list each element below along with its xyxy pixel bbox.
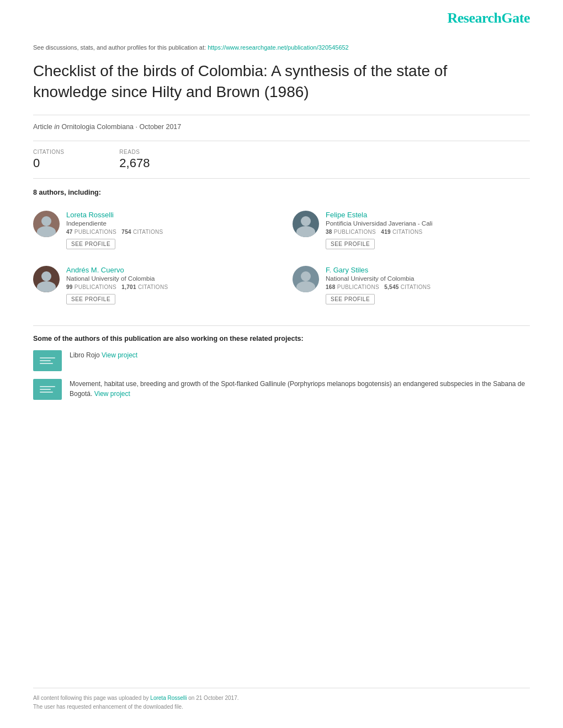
in-label: in	[54, 123, 61, 131]
author-affiliation-0: Independiente	[66, 220, 163, 227]
author-info-0: Loreta RosselliIndependiente47 PUBLICATI…	[66, 211, 163, 249]
journal-link[interactable]: Ornitologia Colombiana	[61, 123, 134, 131]
author-avatar-0	[33, 211, 60, 237]
author-affiliation-3: National University of Colombia	[326, 275, 431, 282]
project-thumbnail-1	[33, 379, 62, 400]
author-card-3: F. Gary StilesNational University of Col…	[293, 260, 530, 310]
author-card-0: Loreta RosselliIndependiente47 PUBLICATI…	[33, 205, 270, 255]
author-affiliation-1: Pontificia Universidad Javeriana - Cali	[326, 220, 433, 227]
footer: All content following this page was uplo…	[33, 688, 530, 711]
citations-stat: CITATIONS 0	[33, 149, 64, 170]
date-separator: ·	[136, 123, 140, 131]
stats-row: CITATIONS 0 READS 2,678	[33, 149, 530, 179]
reads-label: READS	[119, 149, 150, 155]
authors-label: 8 authors, including:	[33, 189, 530, 196]
citations-label: CITATIONS	[33, 149, 64, 155]
author-info-2: Andrés M. CuervoNational University of C…	[66, 266, 168, 304]
author-stats-2: 99 PUBLICATIONS 1,701 CITATIONS	[66, 284, 168, 290]
meta-divider	[33, 141, 530, 141]
reads-stat: READS 2,678	[119, 149, 150, 170]
author-avatar-1	[293, 211, 319, 237]
author-avatar-2	[33, 266, 60, 292]
author-avatar-3	[293, 266, 319, 292]
reads-value: 2,678	[119, 156, 150, 170]
publication-link[interactable]: https://www.researchgate.net/publication…	[208, 44, 349, 51]
see-profile-button-0[interactable]: SEE PROFILE	[66, 239, 115, 249]
footer-line2: The user has requested enhancement of th…	[33, 703, 530, 711]
author-stats-3: 168 PUBLICATIONS 5,545 CITATIONS	[326, 284, 431, 290]
title-divider	[33, 115, 530, 115]
article-type: Article	[33, 123, 52, 131]
projects-list: Libro Rojo View projectMovement, habitat…	[33, 350, 530, 400]
footer-prefix: All content following this page was uplo…	[33, 695, 150, 701]
author-info-3: F. Gary StilesNational University of Col…	[326, 266, 431, 304]
author-stats-1: 38 PUBLICATIONS 419 CITATIONS	[326, 229, 433, 235]
project-thumbnail-0	[33, 350, 62, 371]
footer-line1: All content following this page was uplo…	[33, 694, 530, 703]
see-profile-button-3[interactable]: SEE PROFILE	[326, 294, 375, 304]
project-view-link-0[interactable]: View project	[102, 351, 137, 359]
see-profile-button-1[interactable]: SEE PROFILE	[326, 239, 375, 249]
author-card-1: Felipe EstelaPontificia Universidad Jave…	[293, 205, 530, 255]
author-name-1[interactable]: Felipe Estela	[326, 211, 433, 219]
author-name-3[interactable]: F. Gary Stiles	[326, 266, 431, 274]
project-item-0: Libro Rojo View project	[33, 350, 530, 371]
related-projects-label: Some of the authors of this publication …	[33, 325, 530, 342]
researchgate-logo: ResearchGate	[448, 10, 530, 26]
author-card-2: Andrés M. CuervoNational University of C…	[33, 260, 270, 310]
article-title: Checklist of the birds of Colombia: A sy…	[33, 61, 486, 103]
footer-suffix: on 21 October 2017.	[188, 695, 238, 701]
author-affiliation-2: National University of Colombia	[66, 275, 168, 282]
top-notice: See discussions, stats, and author profi…	[33, 44, 530, 51]
author-info-1: Felipe EstelaPontificia Universidad Jave…	[326, 211, 433, 249]
citations-value: 0	[33, 156, 64, 170]
project-text-1: Movement, habitat use, breeding and grow…	[70, 379, 530, 399]
author-name-0[interactable]: Loreta Rosselli	[66, 211, 163, 219]
project-text-0: Libro Rojo View project	[70, 350, 137, 360]
project-view-link-1[interactable]: View project	[94, 390, 130, 398]
author-name-2[interactable]: Andrés M. Cuervo	[66, 266, 168, 274]
project-item-1: Movement, habitat use, breeding and grow…	[33, 379, 530, 400]
authors-grid: Loreta RosselliIndependiente47 PUBLICATI…	[33, 205, 530, 310]
top-notice-text: See discussions, stats, and author profi…	[33, 44, 208, 51]
article-meta: Article in Ornitologia Colombiana · Octo…	[33, 123, 530, 131]
article-date: October 2017	[140, 123, 182, 131]
author-stats-0: 47 PUBLICATIONS 754 CITATIONS	[66, 229, 163, 235]
footer-uploader-link[interactable]: Loreta Rosselli	[150, 695, 187, 701]
see-profile-button-2[interactable]: SEE PROFILE	[66, 294, 115, 304]
